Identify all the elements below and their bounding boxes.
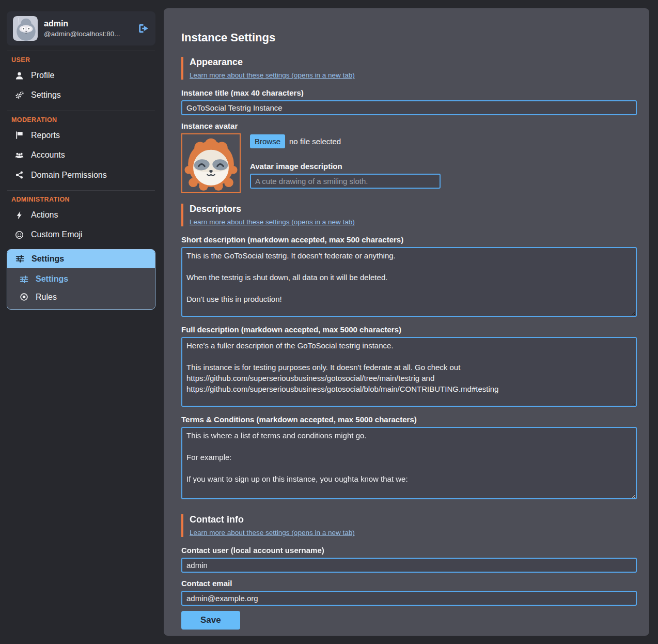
instance-avatar-image xyxy=(181,133,241,193)
file-input-row: Browse no file selected xyxy=(250,134,441,148)
user-card: admin @admin@localhost:80... xyxy=(7,11,155,45)
instance-avatar-row: Browse no file selected Avatar image des… xyxy=(181,133,637,193)
contact-email-label: Contact email xyxy=(181,579,637,588)
sidebar-item-label: Accounts xyxy=(31,150,65,160)
settings-group: Settings Settings xyxy=(7,249,155,310)
divider xyxy=(7,190,155,191)
settings-submenu: Settings Rules xyxy=(7,268,155,309)
appearance-learn-more-link[interactable]: Learn more about these settings (opens i… xyxy=(190,71,355,79)
contact-section-head: Contact info Learn more about these sett… xyxy=(181,514,637,537)
avatar-description-input[interactable] xyxy=(250,174,441,189)
short-description-label: Short description (markdown accepted, ma… xyxy=(181,235,637,244)
user-meta: admin @admin@localhost:80... xyxy=(44,19,120,38)
sidebar-item-accounts[interactable]: Accounts xyxy=(7,145,155,165)
sidebar-item-profile[interactable]: Profile xyxy=(7,66,155,85)
contact-user-input[interactable] xyxy=(181,558,637,573)
save-button[interactable]: Save xyxy=(181,611,240,630)
instance-title-input[interactable] xyxy=(181,100,637,115)
page-title: Instance Settings xyxy=(181,31,637,44)
divider xyxy=(7,51,155,51)
contact-learn-more-link[interactable]: Learn more about these settings (opens i… xyxy=(190,529,355,536)
logout-icon[interactable] xyxy=(138,23,149,34)
smiley-icon xyxy=(14,231,24,239)
descriptors-learn-more-link[interactable]: Learn more about these settings (opens i… xyxy=(190,218,355,226)
gears-icon xyxy=(14,91,24,100)
sidebar-item-label: Actions xyxy=(31,210,58,220)
bolt-icon xyxy=(14,211,24,220)
sidebar-item-label: Settings xyxy=(31,90,61,100)
dot-circle-icon xyxy=(19,293,29,301)
contact-heading: Contact info xyxy=(190,514,637,525)
submenu-item-settings[interactable]: Settings xyxy=(7,270,155,288)
terms-label: Terms & Conditions (markdown accepted, m… xyxy=(181,415,637,424)
sidebar-item-actions[interactable]: Actions xyxy=(7,205,155,225)
descriptors-section-head: Descriptors Learn more about these setti… xyxy=(181,204,637,226)
sidebar: admin @admin@localhost:80... USER Profil… xyxy=(7,11,155,310)
browse-button[interactable]: Browse xyxy=(250,134,285,148)
contact-email-input[interactable] xyxy=(181,591,637,606)
instance-avatar-label: Instance avatar xyxy=(181,121,637,130)
user-name: admin xyxy=(44,19,120,28)
full-description-textarea[interactable]: Here's a fuller description of the GoToS… xyxy=(181,337,637,407)
sidebar-item-reports[interactable]: Reports xyxy=(7,126,155,145)
sliders-icon xyxy=(19,275,29,284)
short-description-textarea[interactable]: This is the GoToSocial testrig. It doesn… xyxy=(181,247,637,317)
avatar-description-label: Avatar image description xyxy=(250,162,441,171)
instance-title-label: Instance title (max 40 characters) xyxy=(181,88,637,97)
contact-user-label: Contact user (local account username) xyxy=(181,546,637,555)
user-avatar xyxy=(13,16,38,41)
user-handle: @admin@localhost:80... xyxy=(44,30,120,38)
submenu-item-label: Settings xyxy=(36,274,68,284)
sidebar-item-label: Profile xyxy=(31,71,54,80)
file-status-text: no file selected xyxy=(289,137,341,146)
full-description-label: Full description (markdown accepted, max… xyxy=(181,325,637,334)
appearance-heading: Appearance xyxy=(190,57,637,68)
sidebar-item-settings-active[interactable]: Settings xyxy=(7,250,155,268)
avatar-file-column: Browse no file selected Avatar image des… xyxy=(250,133,441,193)
flag-icon xyxy=(14,131,24,140)
users-icon xyxy=(14,151,24,160)
submenu-item-rules[interactable]: Rules xyxy=(7,288,155,306)
descriptors-heading: Descriptors xyxy=(190,204,637,214)
share-nodes-icon xyxy=(14,171,24,179)
submenu-item-label: Rules xyxy=(36,293,57,302)
section-label-moderation: MODERATION xyxy=(11,116,155,124)
save-row: Save xyxy=(181,606,637,630)
instance-settings-panel: Instance Settings Appearance Learn more … xyxy=(164,8,649,636)
terms-textarea[interactable]: This is where a list of terms and condit… xyxy=(181,427,637,499)
sidebar-item-domain-permissions[interactable]: Domain Permissions xyxy=(7,165,155,185)
sidebar-item-custom-emoji[interactable]: Custom Emoji xyxy=(7,225,155,244)
sliders-icon xyxy=(14,254,25,263)
divider xyxy=(7,111,155,111)
section-label-user: USER xyxy=(11,56,155,64)
sidebar-item-label: Reports xyxy=(31,131,60,140)
section-label-administration: ADMINISTRATION xyxy=(11,196,155,203)
sidebar-item-user-settings[interactable]: Settings xyxy=(7,85,155,105)
sidebar-item-label: Settings xyxy=(32,254,64,264)
appearance-section-head: Appearance Learn more about these settin… xyxy=(181,57,637,80)
user-icon xyxy=(14,71,24,80)
sidebar-item-label: Domain Permissions xyxy=(31,171,107,180)
sidebar-item-label: Custom Emoji xyxy=(31,230,83,239)
